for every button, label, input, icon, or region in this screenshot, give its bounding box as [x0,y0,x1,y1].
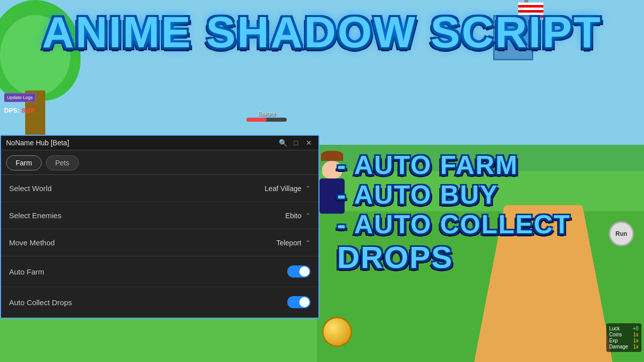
feature-line-4: DROPS [337,240,644,275]
main-title: ANIME SHADOW SCRIPT [0,10,644,54]
enemy-health-area: Sakura [247,111,287,122]
health-bar-bg [247,118,287,122]
exp-value: 1x [633,338,638,343]
select-world-value[interactable]: Leaf Village ⌃ [265,185,310,193]
exp-label: Exp [609,338,618,343]
update-logs-button[interactable]: Update Logs [4,93,36,102]
feature-line-1: - AUTO FARM [337,151,644,179]
tab-pets[interactable]: Pets [46,155,79,170]
luck-label: Luck [609,326,620,331]
auto-farm-row: Auto Farm [1,256,318,287]
auto-collect-drops-row: Auto Collect Drops [1,287,318,318]
damage-label: Damage [609,344,628,349]
select-world-current: Leaf Village [265,185,301,193]
move-method-chevron-icon: ⌃ [305,239,310,246]
select-enemies-current: Ebito [285,212,301,220]
auto-collect-drops-toggle[interactable] [287,296,310,308]
move-method-label: Move Method [9,238,55,247]
coins-label: Coins [609,332,622,337]
select-enemies-value[interactable]: Ebito ⌃ [285,212,310,220]
health-bar-fill [247,118,267,122]
feature-line-2: - AUTO BUY [337,180,644,209]
move-method-value[interactable]: Teleport ⌃ [276,239,310,247]
tab-farm[interactable]: Farm [6,155,42,170]
close-icon[interactable]: ✕ [304,139,313,147]
gui-title: NoName Hub [Beta] [6,139,69,147]
select-enemies-chevron-icon: ⌃ [305,212,310,219]
damage-stat-row: Damage 1x [609,344,638,349]
auto-collect-drops-knob [299,297,309,307]
gui-titlebar: NoName Hub [Beta] 🔍 □ ✕ [1,136,318,150]
select-world-row: Select World Leaf Village ⌃ [1,175,318,202]
luck-value: +0 [633,326,638,331]
coins-value: 1x [633,332,638,337]
luck-stat-row: Luck +0 [609,326,638,331]
minimize-icon[interactable]: □ [291,139,300,147]
search-icon[interactable]: 🔍 [278,139,287,147]
feature-line-3: - AUTO COLLECT [337,210,644,239]
damage-value: 1x [633,344,638,349]
select-world-label: Select World [9,184,52,193]
stats-overlay: Luck +0 Coins 1x Exp 1x Damage 1x [606,323,641,352]
select-enemies-row: Select Enemies Ebito ⌃ [1,202,318,229]
gui-panel: NoName Hub [Beta] 🔍 □ ✕ Farm Pets Select… [0,135,319,319]
auto-farm-knob [299,266,309,277]
coin-collectible [322,317,352,347]
features-area: - AUTO FARM - AUTO BUY - AUTO COLLECT DR… [337,151,644,276]
exp-stat-row: Exp 1x [609,338,638,343]
dps-display: DPS: 8.0K [4,107,35,114]
move-method-row: Move Method Teleport ⌃ [1,229,318,256]
move-method-current: Teleport [276,239,301,247]
auto-farm-toggle[interactable] [287,265,310,278]
dps-label: DPS: [4,107,20,114]
auto-farm-label: Auto Farm [9,267,44,276]
gui-tabs: Farm Pets [1,150,318,175]
select-world-chevron-icon: ⌃ [305,185,310,192]
enemy-name: Sakura [247,111,287,117]
auto-collect-drops-label: Auto Collect Drops [9,298,72,307]
dps-value: 8.0K [22,107,35,114]
coins-stat-row: Coins 1x [609,332,638,337]
gui-controls: 🔍 □ ✕ [278,139,313,147]
select-enemies-label: Select Enemies [9,211,61,220]
